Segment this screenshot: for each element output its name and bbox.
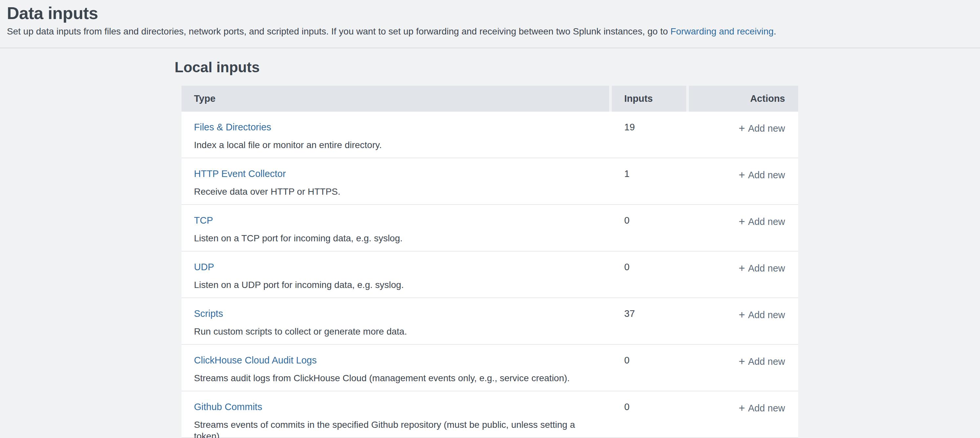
table-row: Scripts Run custom scripts to collect or… — [181, 298, 798, 345]
column-header-actions: Actions — [689, 86, 798, 111]
input-type-link[interactable]: UDP — [194, 261, 214, 273]
inputs-count-value: 0 — [624, 215, 630, 226]
inputs-count-value: 0 — [624, 355, 630, 365]
table-row: UDP Listen on a UDP port for incoming da… — [181, 252, 798, 298]
add-new-label: Add new — [748, 170, 785, 180]
inputs-count-cell: 0 — [612, 215, 686, 251]
input-type-description: Index a local file or monitor an entire … — [194, 139, 597, 151]
actions-cell: +Add new — [689, 168, 798, 204]
add-new-link[interactable]: +Add new — [739, 403, 785, 413]
input-type-description: Run custom scripts to collect or generat… — [194, 326, 597, 337]
inputs-count-cell: 0 — [612, 401, 686, 438]
table-row: HTTP Event Collector Receive data over H… — [181, 158, 798, 205]
inputs-count-value: 0 — [624, 262, 630, 272]
input-type-link[interactable]: Files & Directories — [194, 121, 271, 133]
input-type-link[interactable]: TCP — [194, 215, 213, 226]
inputs-count-value: 1 — [624, 169, 630, 179]
table-header-row: Type Inputs Actions — [181, 86, 798, 111]
actions-cell: +Add new — [689, 308, 798, 344]
data-inputs-page: Data inputs Set up data inputs from file… — [0, 0, 980, 438]
type-cell: Scripts Run custom scripts to collect or… — [181, 308, 609, 344]
table-body: Files & Directories Index a local file o… — [181, 111, 798, 438]
plus-icon: + — [739, 262, 745, 274]
column-header-type: Type — [181, 86, 609, 111]
input-type-description: Listen on a UDP port for incoming data, … — [194, 279, 597, 291]
type-cell: Github Commits Streams events of commits… — [181, 401, 609, 438]
inputs-count-cell: 0 — [612, 355, 686, 391]
input-type-description: Streams audit logs from ClickHouse Cloud… — [194, 372, 597, 384]
plus-icon: + — [739, 169, 745, 181]
add-new-link[interactable]: +Add new — [739, 170, 785, 180]
page-subtitle: Set up data inputs from files and direct… — [7, 25, 972, 37]
input-type-link[interactable]: HTTP Event Collector — [194, 168, 286, 180]
table-row: Github Commits Streams events of commits… — [181, 391, 798, 438]
add-new-link[interactable]: +Add new — [739, 217, 785, 227]
input-type-description: Receive data over HTTP or HTTPS. — [194, 186, 597, 197]
type-cell: TCP Listen on a TCP port for incoming da… — [181, 215, 609, 251]
actions-cell: +Add new — [689, 401, 798, 438]
table-row: Files & Directories Index a local file o… — [181, 111, 798, 158]
page-title: Data inputs — [7, 4, 972, 23]
add-new-link[interactable]: +Add new — [739, 263, 785, 274]
type-cell: UDP Listen on a UDP port for incoming da… — [181, 261, 609, 298]
input-type-link[interactable]: Github Commits — [194, 401, 262, 413]
input-type-link[interactable]: ClickHouse Cloud Audit Logs — [194, 355, 317, 366]
inputs-count-cell: 37 — [612, 308, 686, 344]
plus-icon: + — [739, 122, 745, 134]
actions-cell: +Add new — [689, 261, 798, 298]
local-inputs-table: Type Inputs Actions Files & Directories … — [181, 86, 798, 438]
subtitle-text: Set up data inputs from files and direct… — [7, 26, 670, 37]
column-header-inputs: Inputs — [612, 86, 686, 111]
subtitle-period: . — [773, 26, 776, 37]
page-header: Data inputs Set up data inputs from file… — [0, 0, 980, 48]
add-new-label: Add new — [748, 310, 785, 320]
type-cell: HTTP Event Collector Receive data over H… — [181, 168, 609, 204]
forwarding-and-receiving-link[interactable]: Forwarding and receiving — [670, 26, 773, 37]
type-cell: ClickHouse Cloud Audit Logs Streams audi… — [181, 355, 609, 391]
inputs-count-value: 19 — [624, 122, 635, 132]
inputs-count-cell: 19 — [612, 121, 686, 158]
add-new-label: Add new — [748, 217, 785, 227]
plus-icon: + — [739, 355, 745, 367]
table-row: ClickHouse Cloud Audit Logs Streams audi… — [181, 345, 798, 391]
inputs-count-value: 37 — [624, 308, 635, 319]
add-new-link[interactable]: +Add new — [739, 356, 785, 367]
inputs-count-cell: 0 — [612, 261, 686, 298]
actions-cell: +Add new — [689, 215, 798, 251]
inputs-count-value: 0 — [624, 401, 630, 412]
content-area: Local inputs Type Inputs Actions Files &… — [0, 48, 980, 438]
add-new-label: Add new — [748, 123, 785, 134]
input-type-link[interactable]: Scripts — [194, 308, 223, 320]
local-inputs-heading: Local inputs — [175, 59, 980, 75]
plus-icon: + — [739, 215, 745, 228]
plus-icon: + — [739, 309, 745, 321]
add-new-label: Add new — [748, 263, 785, 274]
actions-cell: +Add new — [689, 121, 798, 158]
input-type-description: Listen on a TCP port for incoming data, … — [194, 233, 597, 244]
add-new-link[interactable]: +Add new — [739, 310, 785, 320]
add-new-label: Add new — [748, 356, 785, 367]
add-new-label: Add new — [748, 403, 785, 413]
add-new-link[interactable]: +Add new — [739, 123, 785, 134]
type-cell: Files & Directories Index a local file o… — [181, 121, 609, 158]
input-type-description: Streams events of commits in the specifi… — [194, 419, 597, 438]
inputs-count-cell: 1 — [612, 168, 686, 204]
table-row: TCP Listen on a TCP port for incoming da… — [181, 205, 798, 252]
plus-icon: + — [739, 402, 745, 414]
actions-cell: +Add new — [689, 355, 798, 391]
